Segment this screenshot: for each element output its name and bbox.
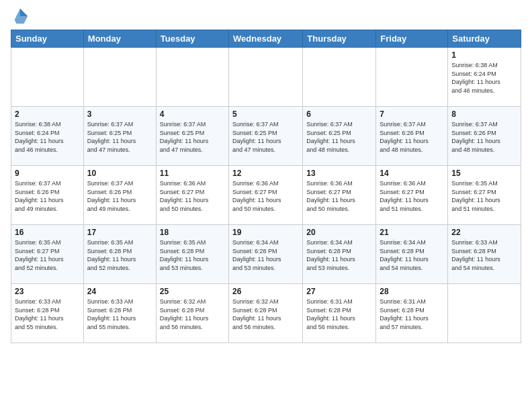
day-info: Sunrise: 6:31 AM Sunset: 6:28 PM Dayligh… bbox=[380, 298, 444, 331]
weekday-header-thursday: Thursday bbox=[303, 30, 376, 48]
day-number: 8 bbox=[451, 109, 517, 119]
calendar-day-19: 19Sunrise: 6:34 AM Sunset: 6:28 PM Dayli… bbox=[229, 225, 303, 284]
calendar-header-row: SundayMondayTuesdayWednesdayThursdayFrid… bbox=[11, 30, 521, 48]
calendar-day-23: 23Sunrise: 6:33 AM Sunset: 6:28 PM Dayli… bbox=[11, 284, 84, 343]
day-number: 14 bbox=[380, 169, 444, 178]
weekday-header-sunday: Sunday bbox=[11, 30, 84, 48]
calendar-day-27: 27Sunrise: 6:31 AM Sunset: 6:28 PM Dayli… bbox=[303, 284, 376, 343]
weekday-header-friday: Friday bbox=[376, 30, 448, 48]
day-info: Sunrise: 6:34 AM Sunset: 6:28 PM Dayligh… bbox=[306, 238, 372, 272]
day-number: 25 bbox=[160, 287, 225, 296]
day-info: Sunrise: 6:36 AM Sunset: 6:27 PM Dayligh… bbox=[160, 179, 225, 213]
calendar-day-9: 9Sunrise: 6:37 AM Sunset: 6:26 PM Daylig… bbox=[11, 166, 84, 225]
calendar-empty-cell bbox=[11, 48, 84, 107]
day-info: Sunrise: 6:32 AM Sunset: 6:28 PM Dayligh… bbox=[160, 298, 225, 331]
calendar-day-14: 14Sunrise: 6:36 AM Sunset: 6:27 PM Dayli… bbox=[376, 166, 448, 225]
day-number: 27 bbox=[306, 287, 372, 296]
day-number: 1 bbox=[451, 50, 517, 60]
calendar-empty-cell bbox=[83, 48, 156, 107]
calendar-day-16: 16Sunrise: 6:35 AM Sunset: 6:27 PM Dayli… bbox=[11, 225, 84, 284]
day-info: Sunrise: 6:37 AM Sunset: 6:26 PM Dayligh… bbox=[451, 120, 517, 154]
calendar-day-10: 10Sunrise: 6:37 AM Sunset: 6:26 PM Dayli… bbox=[83, 166, 156, 225]
calendar-day-6: 6Sunrise: 6:37 AM Sunset: 6:25 PM Daylig… bbox=[303, 107, 376, 166]
day-info: Sunrise: 6:37 AM Sunset: 6:25 PM Dayligh… bbox=[87, 120, 152, 154]
day-info: Sunrise: 6:35 AM Sunset: 6:28 PM Dayligh… bbox=[160, 238, 225, 272]
calendar-empty-cell bbox=[448, 284, 521, 343]
day-info: Sunrise: 6:36 AM Sunset: 6:27 PM Dayligh… bbox=[380, 179, 444, 213]
day-info: Sunrise: 6:36 AM Sunset: 6:27 PM Dayligh… bbox=[306, 179, 372, 213]
day-info: Sunrise: 6:37 AM Sunset: 6:26 PM Dayligh… bbox=[380, 120, 444, 154]
calendar-day-1: 1Sunrise: 6:38 AM Sunset: 6:24 PM Daylig… bbox=[448, 48, 521, 107]
calendar: SundayMondayTuesdayWednesdayThursdayFrid… bbox=[11, 30, 521, 343]
header bbox=[11, 7, 521, 26]
calendar-day-5: 5Sunrise: 6:37 AM Sunset: 6:25 PM Daylig… bbox=[229, 107, 303, 166]
calendar-day-3: 3Sunrise: 6:37 AM Sunset: 6:25 PM Daylig… bbox=[83, 107, 156, 166]
calendar-empty-cell bbox=[376, 48, 448, 107]
day-info: Sunrise: 6:37 AM Sunset: 6:25 PM Dayligh… bbox=[160, 120, 225, 154]
weekday-header-saturday: Saturday bbox=[448, 30, 521, 48]
calendar-week-row: 23Sunrise: 6:33 AM Sunset: 6:28 PM Dayli… bbox=[11, 284, 521, 343]
day-info: Sunrise: 6:33 AM Sunset: 6:28 PM Dayligh… bbox=[15, 298, 80, 331]
day-number: 20 bbox=[306, 228, 372, 237]
svg-marker-0 bbox=[20, 9, 28, 16]
day-number: 3 bbox=[87, 109, 152, 119]
day-number: 16 bbox=[15, 228, 80, 237]
page: SundayMondayTuesdayWednesdayThursdayFrid… bbox=[0, 0, 532, 354]
calendar-week-row: 9Sunrise: 6:37 AM Sunset: 6:26 PM Daylig… bbox=[11, 166, 521, 225]
day-number: 19 bbox=[232, 228, 299, 237]
calendar-day-17: 17Sunrise: 6:35 AM Sunset: 6:28 PM Dayli… bbox=[83, 225, 156, 284]
day-number: 28 bbox=[380, 287, 444, 296]
day-number: 22 bbox=[451, 228, 517, 237]
calendar-day-26: 26Sunrise: 6:32 AM Sunset: 6:28 PM Dayli… bbox=[229, 284, 303, 343]
calendar-week-row: 2Sunrise: 6:38 AM Sunset: 6:24 PM Daylig… bbox=[11, 107, 521, 166]
day-info: Sunrise: 6:35 AM Sunset: 6:27 PM Dayligh… bbox=[451, 179, 517, 213]
calendar-day-25: 25Sunrise: 6:32 AM Sunset: 6:28 PM Dayli… bbox=[156, 284, 228, 343]
weekday-header-tuesday: Tuesday bbox=[156, 30, 228, 48]
weekday-header-wednesday: Wednesday bbox=[229, 30, 303, 48]
day-info: Sunrise: 6:31 AM Sunset: 6:28 PM Dayligh… bbox=[306, 298, 372, 331]
day-info: Sunrise: 6:36 AM Sunset: 6:27 PM Dayligh… bbox=[232, 179, 299, 213]
day-info: Sunrise: 6:35 AM Sunset: 6:28 PM Dayligh… bbox=[87, 238, 152, 272]
calendar-week-row: 1Sunrise: 6:38 AM Sunset: 6:24 PM Daylig… bbox=[11, 48, 521, 107]
day-number: 6 bbox=[306, 109, 372, 119]
day-info: Sunrise: 6:37 AM Sunset: 6:25 PM Dayligh… bbox=[306, 120, 372, 154]
calendar-empty-cell bbox=[156, 48, 228, 107]
day-info: Sunrise: 6:37 AM Sunset: 6:26 PM Dayligh… bbox=[15, 179, 80, 213]
day-info: Sunrise: 6:34 AM Sunset: 6:28 PM Dayligh… bbox=[232, 238, 299, 272]
day-number: 13 bbox=[306, 169, 372, 178]
day-number: 12 bbox=[232, 169, 299, 178]
calendar-day-12: 12Sunrise: 6:36 AM Sunset: 6:27 PM Dayli… bbox=[229, 166, 303, 225]
calendar-empty-cell bbox=[229, 48, 303, 107]
day-number: 5 bbox=[232, 109, 299, 119]
day-number: 15 bbox=[451, 169, 517, 178]
day-number: 11 bbox=[160, 169, 225, 178]
calendar-day-2: 2Sunrise: 6:38 AM Sunset: 6:24 PM Daylig… bbox=[11, 107, 84, 166]
calendar-week-row: 16Sunrise: 6:35 AM Sunset: 6:27 PM Dayli… bbox=[11, 225, 521, 284]
day-info: Sunrise: 6:38 AM Sunset: 6:24 PM Dayligh… bbox=[15, 120, 80, 154]
logo bbox=[11, 9, 31, 26]
day-number: 23 bbox=[15, 287, 80, 296]
calendar-empty-cell bbox=[303, 48, 376, 107]
calendar-day-8: 8Sunrise: 6:37 AM Sunset: 6:26 PM Daylig… bbox=[448, 107, 521, 166]
day-info: Sunrise: 6:38 AM Sunset: 6:24 PM Dayligh… bbox=[451, 61, 517, 95]
day-number: 9 bbox=[15, 169, 80, 178]
day-info: Sunrise: 6:34 AM Sunset: 6:28 PM Dayligh… bbox=[380, 238, 444, 272]
weekday-header-monday: Monday bbox=[83, 30, 156, 48]
calendar-day-28: 28Sunrise: 6:31 AM Sunset: 6:28 PM Dayli… bbox=[376, 284, 448, 343]
calendar-day-21: 21Sunrise: 6:34 AM Sunset: 6:28 PM Dayli… bbox=[376, 225, 448, 284]
day-info: Sunrise: 6:33 AM Sunset: 6:28 PM Dayligh… bbox=[451, 238, 517, 272]
day-info: Sunrise: 6:32 AM Sunset: 6:28 PM Dayligh… bbox=[232, 298, 299, 331]
calendar-day-4: 4Sunrise: 6:37 AM Sunset: 6:25 PM Daylig… bbox=[156, 107, 228, 166]
calendar-day-22: 22Sunrise: 6:33 AM Sunset: 6:28 PM Dayli… bbox=[448, 225, 521, 284]
calendar-day-11: 11Sunrise: 6:36 AM Sunset: 6:27 PM Dayli… bbox=[156, 166, 228, 225]
day-number: 10 bbox=[87, 169, 152, 178]
calendar-day-24: 24Sunrise: 6:33 AM Sunset: 6:28 PM Dayli… bbox=[83, 284, 156, 343]
calendar-day-7: 7Sunrise: 6:37 AM Sunset: 6:26 PM Daylig… bbox=[376, 107, 448, 166]
day-number: 7 bbox=[380, 109, 444, 119]
calendar-day-15: 15Sunrise: 6:35 AM Sunset: 6:27 PM Dayli… bbox=[448, 166, 521, 225]
day-info: Sunrise: 6:37 AM Sunset: 6:25 PM Dayligh… bbox=[232, 120, 299, 154]
day-number: 2 bbox=[15, 109, 80, 119]
calendar-day-18: 18Sunrise: 6:35 AM Sunset: 6:28 PM Dayli… bbox=[156, 225, 228, 284]
day-number: 17 bbox=[87, 228, 152, 237]
day-number: 24 bbox=[87, 287, 152, 296]
